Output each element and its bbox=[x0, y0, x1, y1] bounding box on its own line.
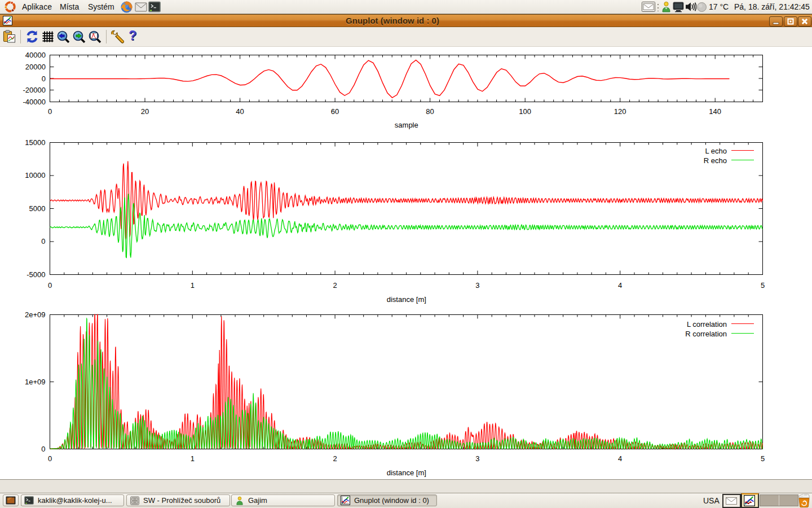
svg-text:2e+09: 2e+09 bbox=[25, 310, 46, 319]
svg-text:4: 4 bbox=[618, 454, 622, 463]
svg-text:40: 40 bbox=[236, 107, 244, 116]
svg-text:1e+09: 1e+09 bbox=[25, 378, 46, 386]
svg-text:0: 0 bbox=[42, 75, 46, 83]
svg-text:distance [m]: distance [m] bbox=[387, 468, 426, 477]
svg-text:0: 0 bbox=[41, 237, 45, 246]
svg-text:40000: 40000 bbox=[25, 51, 46, 59]
svg-text:4: 4 bbox=[618, 281, 622, 290]
svg-text:2: 2 bbox=[333, 454, 337, 463]
svg-text:0: 0 bbox=[48, 454, 52, 463]
svg-text:-40000: -40000 bbox=[23, 98, 46, 106]
svg-text:L echo: L echo bbox=[705, 147, 727, 155]
svg-text:10000: 10000 bbox=[25, 171, 45, 179]
svg-text:140: 140 bbox=[709, 107, 721, 116]
svg-text:3: 3 bbox=[475, 454, 479, 463]
svg-text:5: 5 bbox=[761, 454, 765, 463]
svg-text:3: 3 bbox=[475, 281, 479, 290]
svg-text:-5000: -5000 bbox=[27, 270, 45, 279]
svg-text:1: 1 bbox=[191, 454, 195, 463]
svg-text:-20000: -20000 bbox=[23, 86, 46, 94]
svg-text:L correlation: L correlation bbox=[687, 320, 727, 329]
svg-text:1: 1 bbox=[191, 281, 195, 290]
svg-text:R correlation: R correlation bbox=[685, 330, 727, 338]
svg-text:R echo: R echo bbox=[704, 156, 727, 165]
svg-text:2: 2 bbox=[333, 281, 337, 290]
svg-text:80: 80 bbox=[426, 107, 434, 116]
svg-text:0: 0 bbox=[48, 281, 52, 290]
svg-text:distance [m]: distance [m] bbox=[387, 295, 426, 304]
svg-text:0: 0 bbox=[41, 445, 45, 453]
svg-text:5: 5 bbox=[761, 281, 765, 290]
svg-text:100: 100 bbox=[519, 107, 531, 116]
svg-text:20: 20 bbox=[141, 107, 149, 116]
svg-text:120: 120 bbox=[614, 107, 626, 116]
svg-text:15000: 15000 bbox=[25, 138, 45, 147]
svg-text:20000: 20000 bbox=[25, 63, 46, 71]
svg-text:0: 0 bbox=[48, 107, 52, 116]
svg-text:sample: sample bbox=[395, 121, 418, 129]
svg-text:5000: 5000 bbox=[29, 204, 46, 213]
svg-text:60: 60 bbox=[331, 107, 339, 116]
